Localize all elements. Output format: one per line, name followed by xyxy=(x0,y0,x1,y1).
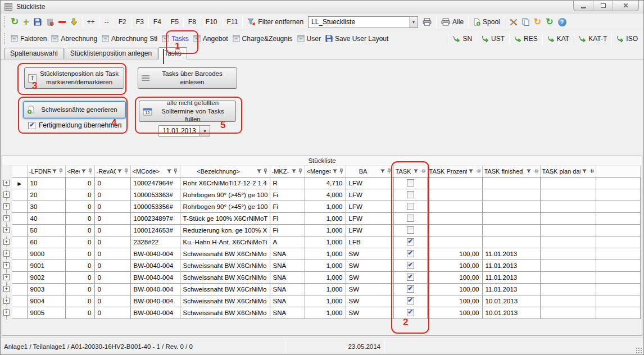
nav-faktoren-button[interactable]: Faktoren xyxy=(8,33,49,45)
table-row[interactable]: 900100BW-0040-004Schweissnaht BW X6CrNiM… xyxy=(12,260,641,271)
task-checkbox[interactable] xyxy=(407,203,414,210)
nav-sn-button[interactable]: SN xyxy=(451,33,474,45)
table-row[interactable]: 30001000053356#Rohrbogen 90° (>45°) ge 1… xyxy=(12,201,641,212)
table-row[interactable]: 900300BW-0040-004Schweissnaht BW X6CrNiM… xyxy=(12,283,641,295)
pin-icon[interactable] xyxy=(173,169,178,174)
task-checkbox[interactable] xyxy=(407,297,414,304)
add-button[interactable]: + xyxy=(21,16,31,28)
table-row[interactable]: 900000BW-0040-004Schweissnaht BW X6CrNiM… xyxy=(12,248,641,260)
row-selector[interactable] xyxy=(12,248,27,260)
pin-icon[interactable] xyxy=(58,169,64,174)
remove-row-button[interactable] xyxy=(56,16,68,28)
filter-funnel-icon[interactable] xyxy=(582,169,587,174)
spool-button[interactable]: Spool xyxy=(471,16,502,28)
expand-icon[interactable]: + xyxy=(3,262,10,268)
f3-button[interactable]: F3 xyxy=(134,16,146,28)
restore-button[interactable] xyxy=(593,1,613,11)
mark-task-button[interactable]: T Stücklistenposition als Task markieren… xyxy=(24,67,124,89)
row-selector[interactable] xyxy=(12,236,27,248)
column-header-task-prozent[interactable]: TASK Prozent xyxy=(427,166,482,177)
column-header-bezeichnung[interactable]: <Bezeichnung> xyxy=(180,166,270,177)
fertigmeldung-checkbox[interactable] xyxy=(28,122,35,129)
task-checkbox[interactable] xyxy=(407,274,414,281)
nav-charge-zeugnis-button[interactable]: Charge&Zeugnis xyxy=(230,33,295,45)
expand-icon[interactable]: + xyxy=(3,298,10,304)
pin-icon[interactable] xyxy=(263,169,268,174)
expand-icon[interactable]: + xyxy=(3,227,10,233)
minimize-button[interactable] xyxy=(574,1,593,11)
expand-icon[interactable]: + xyxy=(3,192,10,198)
row-selector[interactable] xyxy=(12,307,27,318)
column-header-mkz[interactable]: -MKZ- xyxy=(270,166,305,177)
filter-funnel-icon[interactable] xyxy=(468,169,474,174)
expand-icon[interactable]: + xyxy=(3,251,10,257)
task-checkbox[interactable] xyxy=(407,226,414,234)
save-button[interactable] xyxy=(31,16,44,28)
row-selector[interactable] xyxy=(12,189,27,201)
refresh-button[interactable]: ↻ xyxy=(8,16,21,28)
f11-button[interactable]: F11 xyxy=(225,16,241,28)
toolbar-grip[interactable] xyxy=(4,16,6,28)
f10-button[interactable]: F10 xyxy=(203,16,220,28)
print-all-button[interactable]: Alle xyxy=(439,16,466,28)
close-button[interactable]: ✕ xyxy=(613,1,638,11)
row-selector[interactable] xyxy=(12,260,27,271)
settings-button[interactable] xyxy=(507,16,520,28)
pin-icon[interactable] xyxy=(588,169,594,174)
column-header-lfdnr[interactable]: -LFDNR- xyxy=(27,166,65,177)
f2-button[interactable]: F2 xyxy=(116,16,129,28)
tab-spaltenauswahl[interactable]: Spaltenauswahl xyxy=(4,48,64,59)
row-selector[interactable] xyxy=(12,295,27,307)
task-checkbox[interactable] xyxy=(407,238,414,245)
table-row[interactable]: 900400BW-0040-004Schweissnaht BW X6CrNiM… xyxy=(12,295,641,307)
reload-green-button[interactable]: ↻ xyxy=(543,16,555,28)
chevron-down-icon[interactable]: ▼ xyxy=(199,126,210,136)
table-row[interactable]: 900200BW-0040-004Schweissnaht BW X6CrNiM… xyxy=(12,271,641,283)
expand-icon[interactable]: + xyxy=(3,274,10,280)
delete-button[interactable] xyxy=(44,16,56,28)
filter-funnel-icon[interactable] xyxy=(256,169,262,174)
column-header-task[interactable]: TASK xyxy=(393,166,427,177)
pin-icon[interactable] xyxy=(387,169,392,174)
reload-orange-button[interactable]: ↻ xyxy=(532,16,543,28)
table-row[interactable]: 900500BW-0040-004Schweissnaht BW X6CrNiM… xyxy=(12,307,641,318)
row-selector[interactable] xyxy=(12,283,27,295)
collapse-all-button[interactable]: -- xyxy=(102,16,111,28)
table-row[interactable]: ▶10001000247964#Rohr X6CrNiMoTi17-12-2 1… xyxy=(12,177,641,189)
expand-icon[interactable]: + xyxy=(3,215,10,221)
column-header-task-plan-date[interactable]: TASK plan date xyxy=(540,166,596,177)
task-checkbox[interactable] xyxy=(407,309,414,316)
expand-icon[interactable]: + xyxy=(3,239,10,245)
f8-button[interactable]: F8 xyxy=(186,16,198,28)
filter-funnel-icon[interactable] xyxy=(291,169,297,174)
pin-icon[interactable] xyxy=(533,169,538,174)
column-header-ba[interactable]: BA xyxy=(346,166,393,177)
nav-kat-t-button[interactable]: KAT-T xyxy=(577,33,609,45)
expand-icon[interactable]: + xyxy=(3,180,10,186)
table-row[interactable]: 50001000124653#Reduzierung kon. ge 100% … xyxy=(12,224,641,236)
row-selector[interactable]: ▶ xyxy=(12,177,27,189)
expand-icon[interactable]: + xyxy=(3,286,10,292)
f5-button[interactable]: F5 xyxy=(169,16,181,28)
copy-button[interactable] xyxy=(520,16,532,28)
pin-icon[interactable] xyxy=(88,169,93,174)
filter-funnel-icon[interactable] xyxy=(413,169,419,174)
filter-funnel-icon[interactable] xyxy=(166,169,172,174)
nav-tasks-button[interactable]: Tasks xyxy=(160,33,191,45)
filter-funnel-icon[interactable] xyxy=(52,169,57,174)
task-checkbox[interactable] xyxy=(407,179,414,186)
column-header-rev[interactable]: <Rev xyxy=(65,166,94,177)
nav-abrechnung-button[interactable]: Abrechnung xyxy=(49,33,99,45)
filter-funnel-icon[interactable] xyxy=(526,169,532,174)
nav-user-button[interactable]: User xyxy=(295,33,323,45)
resize-grip[interactable] xyxy=(636,347,642,354)
pin-icon[interactable] xyxy=(420,169,425,174)
task-checkbox[interactable] xyxy=(407,215,414,222)
expand-icon[interactable]: + xyxy=(3,203,10,210)
fill-due-dates-button[interactable]: 15 alle nicht gefüllten Solltermine von … xyxy=(139,101,236,122)
filter-funnel-icon[interactable] xyxy=(380,169,386,174)
column-header-mcode[interactable]: <MCode> xyxy=(130,166,180,177)
task-checkbox[interactable] xyxy=(407,250,414,257)
expand-all-button[interactable]: ++ xyxy=(85,16,97,28)
nav-ust-button[interactable]: UST xyxy=(479,33,507,45)
